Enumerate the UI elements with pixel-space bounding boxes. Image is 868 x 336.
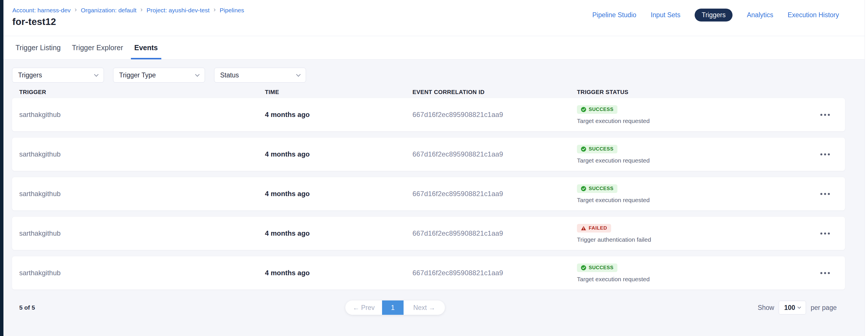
success-check-icon <box>581 265 586 270</box>
chevron-down-icon <box>195 72 200 76</box>
pagination-bar: 5 of 5 ← Prev 1 Next → Show 100 per page <box>12 300 845 315</box>
row-options-menu-button[interactable] <box>817 111 833 119</box>
events-table-header: TRIGGER TIME EVENT CORRELATION ID TRIGGE… <box>12 88 845 96</box>
triggers-filter-dropdown[interactable]: Triggers <box>12 68 104 82</box>
event-time: 4 months ago <box>265 111 412 119</box>
event-time: 4 months ago <box>265 269 412 277</box>
table-row[interactable]: sarthakgithub 4 months ago 667d16f2ec895… <box>12 217 845 250</box>
breadcrumb-separator-icon: › <box>214 7 216 14</box>
row-options-menu-button[interactable] <box>817 190 833 198</box>
column-header-time: TIME <box>265 89 412 96</box>
status-badge: SUCCESS <box>577 184 617 193</box>
breadcrumb-account[interactable]: Account: harness-dev <box>12 7 71 14</box>
page-size-control: Show 100 per page <box>758 300 837 315</box>
status-filter-label: Status <box>220 71 239 79</box>
filter-bar: Triggers Trigger Type Status <box>12 60 845 82</box>
status-detail-text: Target execution requested <box>577 117 650 125</box>
status-badge: SUCCESS <box>577 264 617 272</box>
event-correlation-id: 667d16f2ec895908821c1aa9 <box>412 229 577 237</box>
trigger-status-cell: SUCCESS Target execution requested <box>577 264 813 283</box>
trigger-name: sarthakgithub <box>19 229 265 237</box>
failed-warning-icon <box>581 226 586 231</box>
trigger-name: sarthakgithub <box>19 150 265 158</box>
nav-input-sets[interactable]: Input Sets <box>651 11 681 19</box>
chevron-down-icon <box>798 305 801 309</box>
row-options-menu-button[interactable] <box>817 150 833 158</box>
pipeline-section-nav: Pipeline Studio Input Sets Triggers Anal… <box>592 9 839 21</box>
status-detail-text: Target execution requested <box>577 157 650 164</box>
trigger-status-cell: SUCCESS Target execution requested <box>577 184 813 204</box>
status-badge-label: SUCCESS <box>589 186 613 192</box>
status-badge: SUCCESS <box>577 105 617 114</box>
breadcrumb-pipelines[interactable]: Pipelines <box>220 7 244 14</box>
status-filter-dropdown[interactable]: Status <box>214 68 306 82</box>
next-page-button[interactable]: Next → <box>404 300 445 315</box>
triggers-tab-bar: Trigger Listing Trigger Explorer Events <box>3 36 868 60</box>
event-correlation-id: 667d16f2ec895908821c1aa9 <box>412 150 577 158</box>
status-badge: SUCCESS <box>577 145 617 154</box>
event-correlation-id: 667d16f2ec895908821c1aa9 <box>412 190 577 198</box>
trigger-type-filter-label: Trigger Type <box>119 71 156 79</box>
trigger-type-filter-dropdown[interactable]: Trigger Type <box>113 68 205 82</box>
events-table-body: sarthakgithub 4 months ago 667d16f2ec895… <box>12 98 845 290</box>
breadcrumb-project[interactable]: Project: ayushi-dev-test <box>147 7 210 14</box>
pager: ← Prev 1 Next → <box>345 300 445 315</box>
status-badge-label: SUCCESS <box>589 265 613 271</box>
event-time: 4 months ago <box>265 229 412 237</box>
event-correlation-id: 667d16f2ec895908821c1aa9 <box>412 269 577 277</box>
column-header-trigger: TRIGGER <box>19 89 265 96</box>
tab-trigger-explorer[interactable]: Trigger Explorer <box>68 36 126 59</box>
trigger-name: sarthakgithub <box>19 190 265 198</box>
breadcrumb-separator-icon: › <box>141 7 143 14</box>
trigger-status-cell: SUCCESS Target execution requested <box>577 105 813 125</box>
status-badge-label: FAILED <box>589 225 607 231</box>
show-label: Show <box>758 304 774 312</box>
row-options-menu-button[interactable] <box>817 269 833 277</box>
table-row[interactable]: sarthakgithub 4 months ago 667d16f2ec895… <box>12 256 845 290</box>
breadcrumb-separator-icon: › <box>74 7 76 14</box>
nav-triggers-active[interactable]: Triggers <box>694 9 733 22</box>
trigger-status-cell: FAILED Trigger authentication failed <box>577 224 813 243</box>
success-check-icon <box>581 107 586 112</box>
page-size-select[interactable]: 100 <box>779 301 806 314</box>
status-detail-text: Trigger authentication failed <box>577 236 651 243</box>
status-badge-label: SUCCESS <box>589 146 613 152</box>
table-row[interactable]: sarthakgithub 4 months ago 667d16f2ec895… <box>12 177 845 210</box>
event-time: 4 months ago <box>265 190 412 198</box>
pipeline-triggers-page: Account: harness-dev › Organization: def… <box>3 0 868 336</box>
page-size-value: 100 <box>784 304 795 312</box>
tab-trigger-listing[interactable]: Trigger Listing <box>12 36 64 59</box>
table-row[interactable]: sarthakgithub 4 months ago 667d16f2ec895… <box>12 98 845 131</box>
nav-analytics[interactable]: Analytics <box>747 11 773 19</box>
prev-page-button[interactable]: ← Prev <box>345 300 382 315</box>
triggers-filter-label: Triggers <box>18 71 42 79</box>
success-check-icon <box>581 146 586 152</box>
scrollbar-gutter <box>865 0 868 336</box>
column-header-trigger-status: TRIGGER STATUS <box>577 89 813 96</box>
trigger-name: sarthakgithub <box>19 111 265 119</box>
event-correlation-id: 667d16f2ec895908821c1aa9 <box>412 111 577 119</box>
events-content: Triggers Trigger Type Status TRIGGER TIM… <box>3 60 868 336</box>
column-header-event-correlation-id: EVENT CORRELATION ID <box>412 89 577 96</box>
success-check-icon <box>581 186 586 191</box>
nav-pipeline-studio[interactable]: Pipeline Studio <box>592 11 636 19</box>
page-header: Account: harness-dev › Organization: def… <box>3 0 868 36</box>
trigger-name: sarthakgithub <box>19 269 265 277</box>
status-detail-text: Target execution requested <box>577 197 650 204</box>
status-detail-text: Target execution requested <box>577 276 650 283</box>
table-row[interactable]: sarthakgithub 4 months ago 667d16f2ec895… <box>12 138 845 171</box>
nav-execution-history[interactable]: Execution History <box>787 11 839 19</box>
row-options-menu-button[interactable] <box>817 230 833 237</box>
chevron-down-icon <box>296 72 301 76</box>
items-count: 5 of 5 <box>19 304 35 311</box>
per-page-label: per page <box>811 304 837 312</box>
status-badge: FAILED <box>577 224 611 233</box>
tab-events[interactable]: Events <box>131 36 161 59</box>
event-time: 4 months ago <box>265 150 412 158</box>
breadcrumb-organization[interactable]: Organization: default <box>81 7 136 14</box>
chevron-down-icon <box>94 72 99 76</box>
page-1-button[interactable]: 1 <box>382 300 404 315</box>
app-left-nav-edge <box>0 0 3 336</box>
trigger-status-cell: SUCCESS Target execution requested <box>577 145 813 164</box>
status-badge-label: SUCCESS <box>589 107 613 112</box>
